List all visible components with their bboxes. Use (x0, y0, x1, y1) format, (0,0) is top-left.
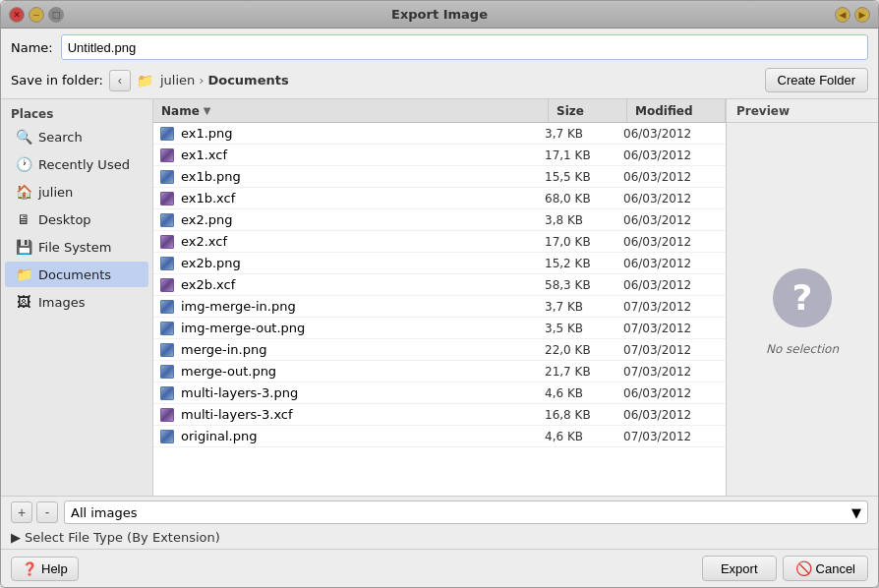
col-header-name[interactable]: Name ▼ (153, 99, 549, 122)
remove-location-btn[interactable]: - (36, 501, 58, 523)
sidebar-item-documents[interactable]: 📁 Documents (5, 262, 148, 287)
add-location-btn[interactable]: + (11, 501, 32, 523)
breadcrumb-sep: › (199, 73, 204, 88)
file-list-area: Name ▼ Size Modified ex1.png3,7 KB06/03/… (153, 99, 726, 496)
desktop-icon: 🖥 (15, 210, 32, 228)
folder-icon-sm: 📁 (137, 72, 154, 89)
name-row: Name: (1, 29, 878, 66)
table-row[interactable]: ex2.png3,8 KB06/03/2012 (153, 209, 726, 231)
search-icon: 🔍 (15, 128, 32, 146)
file-modified: 06/03/2012 (623, 213, 722, 227)
table-row[interactable]: ex2b.xcf58,3 KB06/03/2012 (153, 274, 726, 296)
file-name: original.png (177, 429, 545, 443)
file-size: 3,7 KB (545, 300, 623, 314)
sidebar-item-filesystem[interactable]: 💾 File System (5, 234, 148, 260)
file-modified: 07/03/2012 (623, 322, 722, 335)
create-folder-button[interactable]: Create Folder (765, 68, 868, 92)
file-type-row: ▶ Select File Type (By Extension) (1, 528, 878, 549)
sidebar-item-julien[interactable]: 🏠 julien (5, 179, 148, 205)
table-row[interactable]: ex1b.xcf68,0 KB06/03/2012 (153, 188, 726, 209)
file-modified: 07/03/2012 (623, 365, 722, 379)
maximize-btn[interactable]: □ (48, 7, 64, 23)
titlebar-extra-1[interactable]: ◀ (835, 7, 850, 23)
file-name: ex2.xcf (177, 234, 545, 249)
file-filter-dropdown[interactable]: All images ▼ (64, 500, 868, 524)
col-header-modified[interactable]: Modified (627, 99, 726, 122)
titlebar: ✕ − □ Export Image ◀ ▶ (1, 1, 878, 29)
dropdown-arrow-icon: ▼ (851, 505, 861, 520)
table-row[interactable]: ex2b.png15,2 KB06/03/2012 (153, 253, 726, 274)
sidebar-item-images[interactable]: 🖼 Images (5, 289, 148, 315)
sidebar-item-desktop[interactable]: 🖥 Desktop (5, 206, 148, 232)
file-modified: 07/03/2012 (623, 430, 722, 443)
sidebar-item-recently-used[interactable]: 🕐 Recently Used (5, 151, 148, 177)
file-modified: 07/03/2012 (623, 300, 722, 314)
table-row[interactable]: merge-in.png22,0 KB07/03/2012 (153, 339, 726, 361)
close-btn[interactable]: ✕ (9, 7, 25, 23)
file-type-label: Select File Type (By Extension) (25, 530, 220, 545)
sidebar-label-julien: julien (38, 185, 73, 200)
file-modified: 06/03/2012 (623, 278, 722, 292)
file-name: ex2b.png (177, 256, 545, 270)
file-size: 3,7 KB (545, 127, 623, 141)
table-row[interactable]: img-merge-out.png3,5 KB07/03/2012 (153, 318, 726, 339)
col-size-label: Size (557, 104, 584, 118)
file-size: 3,8 KB (545, 213, 623, 227)
file-size: 15,5 KB (545, 170, 623, 184)
action-buttons: Export 🚫 Cancel (702, 556, 868, 581)
xcf-file-icon (157, 189, 177, 208)
save-in-label: Save in folder: (11, 73, 103, 88)
sidebar: Places 🔍 Search 🕐 Recently Used 🏠 julien… (1, 99, 153, 496)
file-modified: 06/03/2012 (623, 386, 722, 400)
table-row[interactable]: multi-layers-3.png4,6 KB06/03/2012 (153, 382, 726, 404)
breadcrumb: julien › Documents (160, 73, 289, 88)
file-list[interactable]: ex1.png3,7 KB06/03/2012ex1.xcf17,1 KB06/… (153, 123, 726, 496)
png-file-icon (157, 210, 177, 230)
cancel-button[interactable]: 🚫 Cancel (783, 556, 868, 581)
table-row[interactable]: multi-layers-3.xcf16,8 KB06/03/2012 (153, 404, 726, 426)
dialog-title: Export Image (391, 7, 488, 22)
cancel-icon: 🚫 (795, 560, 812, 576)
table-row[interactable]: ex2.xcf17,0 KB06/03/2012 (153, 231, 726, 253)
minimize-btn[interactable]: − (29, 7, 44, 23)
titlebar-extra-2[interactable]: ▶ (854, 7, 870, 23)
no-selection-text: No selection (766, 342, 839, 356)
filter-row: + - All images ▼ (1, 497, 878, 528)
table-row[interactable]: ex1b.png15,5 KB06/03/2012 (153, 166, 726, 188)
file-modified: 06/03/2012 (623, 148, 722, 162)
table-row[interactable]: original.png4,6 KB07/03/2012 (153, 426, 726, 447)
file-type-expand[interactable]: ▶ Select File Type (By Extension) (11, 530, 220, 545)
file-size: 17,0 KB (545, 235, 623, 249)
help-icon: ❓ (22, 561, 37, 576)
preview-header: Preview (727, 99, 878, 123)
png-file-icon (157, 362, 177, 382)
col-header-size[interactable]: Size (549, 99, 627, 122)
table-row[interactable]: img-merge-in.png3,7 KB07/03/2012 (153, 296, 726, 318)
table-row[interactable]: merge-out.png21,7 KB07/03/2012 (153, 361, 726, 382)
file-size: 68,0 KB (545, 192, 623, 206)
file-modified: 06/03/2012 (623, 257, 722, 270)
file-name: multi-layers-3.xcf (177, 407, 545, 422)
filename-input[interactable] (61, 34, 868, 60)
sidebar-item-search[interactable]: 🔍 Search (5, 124, 148, 149)
png-file-icon (157, 319, 177, 338)
sort-arrow-icon: ▼ (204, 105, 211, 116)
nav-back-btn[interactable]: ‹ (109, 70, 131, 91)
xcf-file-icon (157, 275, 177, 295)
file-size: 16,8 KB (545, 408, 623, 422)
documents-icon: 📁 (15, 265, 32, 283)
file-size: 58,3 KB (545, 278, 623, 292)
xcf-file-icon (157, 405, 177, 425)
export-button[interactable]: Export (702, 556, 777, 581)
png-file-icon (157, 297, 177, 317)
table-row[interactable]: ex1.png3,7 KB06/03/2012 (153, 123, 726, 145)
file-name: img-merge-out.png (177, 321, 545, 335)
xcf-file-icon (157, 146, 177, 165)
table-row[interactable]: ex1.xcf17,1 KB06/03/2012 (153, 145, 726, 166)
file-name: ex1.xcf (177, 147, 545, 162)
help-button[interactable]: ❓ Help (11, 557, 79, 581)
breadcrumb-documents[interactable]: Documents (207, 73, 288, 88)
breadcrumb-julien[interactable]: julien (160, 73, 195, 88)
question-mark: ? (792, 277, 813, 318)
clock-icon: 🕐 (15, 155, 32, 173)
